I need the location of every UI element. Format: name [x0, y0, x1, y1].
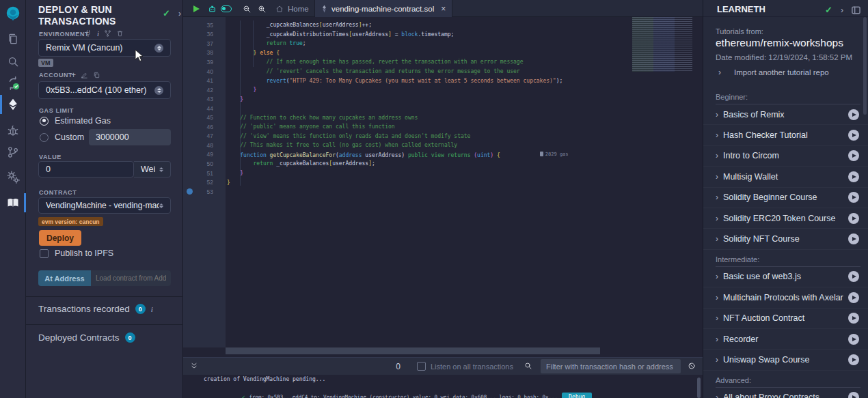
clear-console-icon[interactable] [688, 360, 696, 373]
terminal-log-tx-row[interactable]: ✓ from: 0x5B3...eddC4 to: VendingMachine… [242, 393, 592, 398]
line-number[interactable]: 48 [183, 142, 213, 149]
tutorial-item[interactable]: ›Solidity NFT Course [703, 229, 868, 249]
tutorial-item[interactable]: ›All about Proxy Contracts [703, 388, 868, 398]
at-address-button[interactable]: At Address [38, 270, 91, 286]
play-tutorial-button[interactable] [848, 233, 859, 244]
plus-icon[interactable]: + [71, 70, 76, 80]
tutorial-item[interactable]: ›Solidity ERC20 Token Course [703, 208, 868, 229]
terminal-search-icon[interactable] [524, 360, 532, 373]
learneth-book-icon[interactable] [5, 195, 21, 211]
environment-select[interactable]: Remix VM (Cancun) [38, 39, 171, 57]
play-tutorial-button[interactable] [848, 354, 859, 365]
play-tutorial-button[interactable] [848, 292, 859, 303]
fork-icon[interactable] [104, 29, 111, 38]
play-tutorial-button[interactable] [848, 130, 859, 141]
edit-icon[interactable] [81, 72, 88, 79]
tutorial-item[interactable]: ›Recorder [703, 329, 868, 350]
listen-all-checkbox[interactable] [417, 362, 426, 371]
zoom-in-icon[interactable] [256, 3, 268, 15]
tutorial-item[interactable]: ›Multisig Wallet [703, 167, 868, 187]
search-icon[interactable] [5, 53, 21, 70]
line-number[interactable]: 44 [183, 105, 213, 112]
line-number[interactable]: 42 [183, 87, 213, 94]
terminal-filter-input[interactable] [541, 359, 681, 373]
debug-button[interactable]: Debug [562, 393, 592, 398]
info-icon[interactable]: i [97, 29, 99, 38]
deployed-contracts-row[interactable]: Deployed Contracts 0 [38, 332, 135, 343]
line-number[interactable]: 40 [183, 68, 213, 75]
tutorial-item[interactable]: ›NFT Auction Contract [703, 309, 868, 329]
copilot-toggle[interactable] [220, 3, 232, 15]
play-tutorial-button[interactable] [848, 213, 859, 224]
contract-select[interactable]: VendingMachine - vending-machin [38, 197, 171, 214]
publish-ipfs-checkbox[interactable] [40, 249, 49, 258]
tutorial-item[interactable]: ›Basics of Remix [703, 104, 868, 125]
estimated-gas-radio[interactable] [40, 117, 49, 126]
line-number[interactable]: 36 [183, 31, 213, 38]
import-tutorial-repo[interactable]: › Import another tutorial repo [718, 68, 829, 77]
line-number[interactable]: 52 [183, 179, 213, 186]
play-tutorial-button[interactable] [848, 392, 859, 398]
play-tutorial-button[interactable] [848, 150, 859, 161]
account-select[interactable]: 0x5B3...eddC4 (100 ether) [38, 81, 171, 99]
tutorial-item[interactable]: ›Hash Checker Tutorial [703, 125, 868, 145]
deploy-and-run-icon[interactable] [5, 96, 21, 113]
play-tutorial-button[interactable] [848, 334, 859, 345]
learneth-scrollbar[interactable] [863, 17, 867, 115]
line-number[interactable]: 46 [183, 124, 213, 130]
line-number[interactable]: 47 [183, 132, 213, 139]
play-tutorial-button[interactable] [848, 109, 859, 120]
tutorial-item[interactable]: ›Multichain Protocols with Axelar [703, 287, 868, 308]
line-number[interactable]: 35 [183, 22, 213, 29]
line-number[interactable]: 37 [183, 40, 213, 47]
tab-home[interactable]: Home [269, 0, 315, 17]
split-view-icon[interactable] [852, 6, 860, 14]
line-number[interactable]: 41 [183, 77, 213, 84]
line-number[interactable]: 38 [183, 49, 213, 56]
copy-icon[interactable] [93, 71, 100, 79]
line-number[interactable]: 50 [183, 160, 213, 167]
learneth-expand-chevron-icon[interactable]: › [841, 5, 843, 15]
remix-logo-icon[interactable] [5, 5, 21, 22]
tutorial-item[interactable]: ›Solidity Beginner Course [703, 188, 868, 208]
solidity-compiler-icon[interactable] [5, 75, 21, 91]
info-icon[interactable]: i [151, 305, 153, 313]
play-tutorial-button[interactable] [848, 271, 859, 282]
trash-icon[interactable] [116, 29, 124, 38]
tutorial-item[interactable]: ›Basic use of web3.js [703, 267, 868, 287]
value-input[interactable]: 0 [38, 161, 134, 177]
play-tutorial-button[interactable] [848, 313, 859, 324]
line-number[interactable]: 51 [183, 170, 213, 177]
custom-gas-radio[interactable] [40, 133, 49, 142]
git-icon[interactable] [5, 144, 21, 160]
tutorial-item[interactable]: ›Intro to Circom [703, 146, 868, 167]
plug-icon[interactable] [84, 29, 92, 38]
line-number[interactable]: 43 [183, 96, 213, 102]
stepper-icon[interactable] [159, 167, 163, 172]
play-tutorial-button[interactable] [848, 192, 859, 203]
settings-icon[interactable] [5, 169, 21, 185]
ai-assistant-robot-icon[interactable] [206, 3, 218, 15]
stepper-icon[interactable] [159, 203, 163, 208]
stepper-icon[interactable] [154, 44, 163, 53]
debugger-icon[interactable] [5, 123, 21, 139]
custom-gas-input[interactable]: 3000000 [89, 129, 171, 145]
play-tutorial-button[interactable] [848, 171, 859, 182]
value-unit-select[interactable]: Wei [134, 161, 171, 177]
zoom-out-icon[interactable] [241, 3, 253, 15]
stepper-icon[interactable] [154, 86, 163, 95]
terminal-scrollbar[interactable] [697, 378, 701, 398]
horizontal-scrollbar[interactable] [226, 347, 600, 354]
minimap[interactable] [632, 17, 692, 72]
terminal-expand-icon[interactable] [190, 360, 198, 373]
at-address-input[interactable] [91, 270, 171, 286]
line-number[interactable]: 49 [183, 151, 213, 158]
line-number[interactable]: 45 [183, 114, 213, 121]
line-number[interactable]: 39 [183, 59, 213, 66]
file-explorer-icon[interactable] [5, 31, 21, 47]
run-script-icon[interactable] [190, 3, 202, 15]
panel-expand-chevron-icon[interactable]: › [178, 9, 181, 18]
close-icon[interactable]: × [441, 4, 446, 14]
deploy-button[interactable]: Deploy [39, 230, 81, 246]
tutorial-item[interactable]: ›Uniswap Swap Course [703, 350, 868, 370]
